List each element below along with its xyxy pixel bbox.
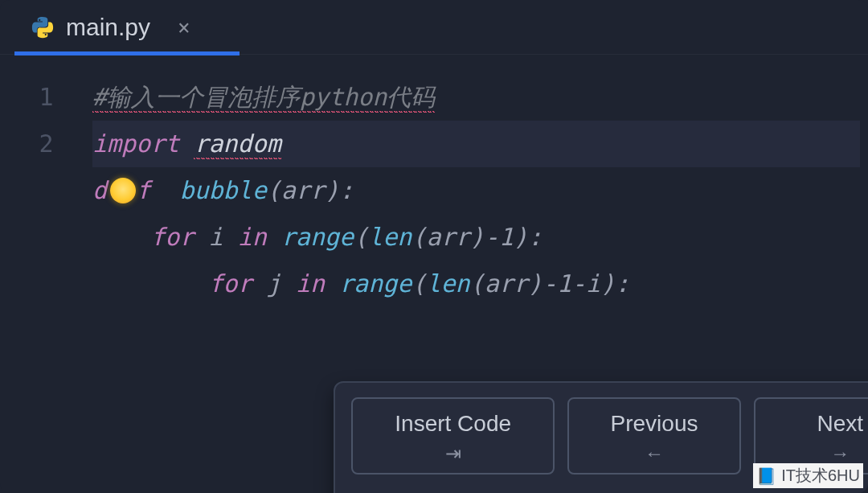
code-token: [92, 223, 150, 251]
code-line[interactable]: for j in range(len(arr)-1-i):: [92, 261, 860, 307]
code-line[interactable]: import random: [92, 121, 860, 167]
code-token: j: [252, 269, 296, 298]
code-token: ):: [514, 223, 542, 251]
arrow-left-icon: ←: [645, 442, 664, 465]
code-token: [179, 129, 194, 158]
code-line[interactable]: for i in range(len(arr)-1):: [92, 214, 860, 261]
code-token: 1: [557, 269, 571, 298]
insert-icon: ⇥: [445, 442, 461, 465]
close-icon[interactable]: ×: [178, 17, 190, 38]
code-token: for: [209, 269, 252, 298]
code-token: (: [354, 223, 368, 251]
book-icon: 📘: [756, 466, 776, 486]
button-label: Insert Code: [395, 410, 511, 438]
code-token: (arr)-: [470, 269, 557, 298]
tab-main-py[interactable]: main.py ×: [14, 0, 207, 55]
code-token: [92, 269, 209, 298]
code-token: #输入一个冒泡排序python代码: [92, 83, 435, 113]
code-token: for: [150, 223, 194, 251]
code-token: import: [92, 129, 179, 158]
code-token: range: [281, 223, 354, 251]
code-token: i: [194, 223, 237, 251]
code-token: (: [411, 269, 426, 298]
code-area[interactable]: #输入一个冒泡排序python代码import randomd f bubble…: [92, 69, 868, 493]
code-token: range: [339, 269, 411, 298]
code-token: [267, 223, 281, 251]
code-token: (arr)-: [411, 223, 498, 251]
code-token: -i):: [571, 269, 629, 298]
code-token: in: [238, 223, 267, 251]
code-line[interactable]: d f bubble(arr):: [92, 167, 860, 214]
previous-button[interactable]: Previous ←: [567, 397, 740, 475]
watermark: 📘 IT技术6HU: [753, 463, 863, 488]
code-token: len: [368, 223, 411, 251]
tab-title: main.py: [66, 14, 150, 41]
code-token: in: [296, 269, 325, 298]
arrow-right-icon: →: [830, 442, 850, 465]
code-token: random: [194, 129, 280, 159]
code-line[interactable]: #输入一个冒泡排序python代码: [92, 74, 860, 121]
insert-code-button[interactable]: Insert Code ⇥: [351, 397, 555, 475]
watermark-text: IT技术6HU: [781, 465, 860, 487]
button-label: Next: [817, 410, 864, 438]
python-icon: [31, 15, 55, 39]
code-token: 1: [499, 223, 514, 251]
code-token: bubble: [179, 176, 266, 204]
lightbulb-icon[interactable]: [110, 178, 136, 203]
button-label: Previous: [611, 410, 698, 438]
tab-bar: main.py ×: [0, 0, 868, 55]
line-number: 2: [0, 121, 92, 167]
gutter: 12: [0, 69, 92, 493]
line-number: 1: [0, 74, 92, 121]
code-token: len: [426, 269, 469, 298]
code-token: [325, 269, 339, 298]
code-token: (arr):: [267, 176, 354, 204]
editor: 12 #输入一个冒泡排序python代码import randomd f bub…: [0, 55, 868, 493]
